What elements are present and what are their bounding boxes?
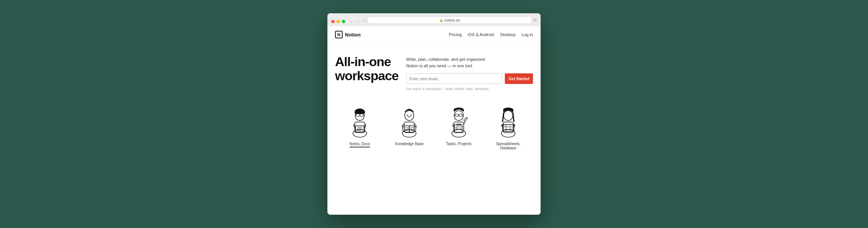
feature-tasks-projects[interactable]: Tasks, Projects — [440, 104, 478, 150]
feature-notes-docs[interactable]: Notes, Docs — [341, 104, 379, 150]
notion-logo-icon: N — [335, 31, 343, 38]
hero-title-line1: All-in-one — [335, 54, 391, 69]
hero-desc-line2: Notion is all you need — in one tool. — [406, 63, 473, 68]
svg-rect-37 — [503, 122, 513, 133]
forward-button[interactable]: › — [356, 19, 361, 24]
nav-buttons: ‹ › — [349, 19, 361, 24]
notion-nav: N Notion Pricing iOS & Android Desktop L… — [327, 26, 541, 43]
address-bar-container: ⌂ 🔒 notion.so ↻ — [363, 16, 537, 26]
svg-line-21 — [410, 129, 414, 129]
platforms-text: For teams & individuals – Web, Mobile, M… — [406, 87, 533, 91]
browser-chrome: ‹ › ⌂ 🔒 notion.so ↻ — [327, 13, 541, 26]
email-row: Get Started — [406, 73, 533, 84]
svg-point-3 — [356, 114, 359, 117]
svg-line-20 — [410, 127, 414, 128]
hero-desc-line1: Write, plan, collaborate, and get organi… — [406, 57, 486, 62]
hero-right: Write, plan, collaborate, and get organi… — [406, 55, 533, 91]
feature-label-tasks-projects: Tasks, Projects — [446, 142, 471, 146]
notion-logo: N Notion — [335, 31, 361, 38]
brand-name: Notion — [345, 32, 361, 38]
svg-point-38 — [504, 111, 513, 120]
browser-content: N Notion Pricing iOS & Android Desktop L… — [327, 26, 541, 215]
url-text: notion.so — [445, 18, 460, 22]
spreadsheets-database-illustration — [493, 104, 523, 139]
feature-label-knowledge-base: Knowledge Base — [395, 142, 423, 146]
hero-section: All-in-one workspace Write, plan, collab… — [327, 43, 541, 98]
hero-left: All-in-one workspace — [335, 55, 399, 91]
nav-link-ios-android[interactable]: iOS & Android — [468, 32, 494, 37]
svg-point-4 — [360, 114, 363, 117]
home-icon[interactable]: ⌂ — [363, 18, 366, 22]
feature-label-notes-docs: Notes, Docs — [349, 142, 370, 147]
svg-line-18 — [404, 129, 408, 129]
browser-window: ‹ › ⌂ 🔒 notion.so ↻ N Notion — [327, 13, 541, 215]
close-button[interactable] — [331, 20, 335, 23]
traffic-lights — [331, 20, 345, 23]
svg-line-17 — [404, 127, 408, 128]
hero-description: Write, plan, collaborate, and get organi… — [406, 56, 533, 69]
svg-line-35 — [466, 117, 468, 119]
knowledge-base-illustration — [394, 104, 424, 139]
lock-icon: 🔒 — [439, 19, 443, 22]
nav-link-pricing[interactable]: Pricing — [449, 32, 462, 37]
nav-link-login[interactable]: Log in — [522, 32, 533, 37]
notion-nav-links: Pricing iOS & Android Desktop Log in — [449, 32, 533, 37]
nav-link-desktop[interactable]: Desktop — [500, 32, 515, 37]
hero-title: All-in-one workspace — [335, 55, 399, 83]
svg-rect-27 — [459, 114, 462, 116]
svg-point-15 — [407, 115, 408, 116]
svg-rect-44 — [503, 125, 506, 127]
hero-title-line2: workspace — [335, 68, 399, 83]
minimize-button[interactable] — [337, 20, 340, 23]
feature-label-spreadsheets-database: Spreadsheets, Database — [489, 142, 527, 150]
feature-spreadsheets-database[interactable]: Spreadsheets, Database — [489, 104, 527, 150]
tasks-projects-illustration — [444, 104, 474, 139]
email-input[interactable] — [406, 73, 503, 84]
feature-knowledge-base[interactable]: Knowledge Base — [390, 104, 428, 150]
browser-titlebar: ‹ › ⌂ 🔒 notion.so ↻ — [331, 16, 537, 26]
back-button[interactable]: ‹ — [349, 19, 354, 24]
get-started-button[interactable]: Get Started — [505, 73, 533, 84]
svg-point-16 — [411, 115, 412, 116]
notes-docs-illustration — [345, 104, 375, 139]
reload-icon[interactable]: ↻ — [533, 18, 537, 23]
svg-rect-26 — [455, 114, 458, 116]
svg-point-14 — [405, 111, 414, 120]
maximize-button[interactable] — [342, 20, 345, 23]
features-section: Notes, Docs — [327, 98, 541, 158]
address-bar[interactable]: 🔒 notion.so — [367, 16, 532, 24]
svg-rect-31 — [455, 125, 462, 132]
logo-letter: N — [337, 32, 340, 37]
